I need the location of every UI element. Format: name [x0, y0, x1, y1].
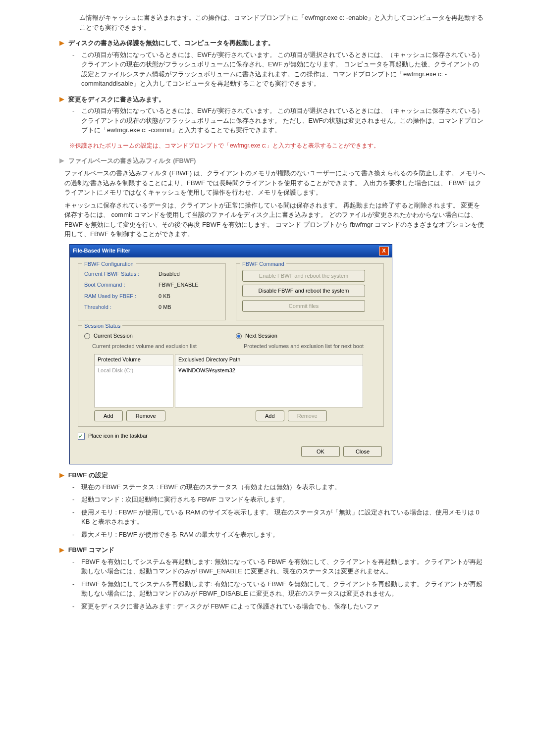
threshold-label: Threshold :	[84, 303, 159, 311]
intro-text: ム情報がキャッシュに書き込まれます。この操作は、コマンドプロンプトに「ewfmg…	[79, 13, 485, 32]
fbwf-dialog: File-Based Write Filter X FBWF Configura…	[69, 244, 392, 465]
list-item: FBWF を有効にしてシステムを再起動します: 無効になっている FBWF を有…	[69, 557, 485, 576]
radio-next-session[interactable]: Next Session	[236, 332, 377, 340]
checkbox-label: Place icon in the taskbar	[88, 433, 148, 439]
add-path-button[interactable]: Add	[256, 410, 284, 422]
list-item: 現在の FBWF ステータス : FBWF の現在のステータス（有効または無効）…	[69, 482, 485, 492]
dialog-title: File-Based Write Filter	[73, 247, 130, 255]
section-title: 変更をディスクに書き込みます。	[68, 96, 165, 103]
list-setting: 現在の FBWF ステータス : FBWF の現在のステータス（有効または無効）…	[69, 482, 485, 540]
checkbox-icon	[78, 433, 85, 440]
status-value: Disabled	[159, 270, 180, 278]
remove-path-button[interactable]: Remove	[288, 410, 327, 422]
status-label: Current FBWF Status :	[84, 270, 159, 278]
section-title: FBWF コマンド	[68, 546, 114, 554]
arrow-icon	[59, 97, 64, 102]
close-button[interactable]: Close	[343, 446, 382, 457]
fbwf-para1: ファイルベースの書き込みフィルタ (FBWF) は、クライアントのメモリが権限の…	[64, 168, 485, 198]
arrow-icon	[59, 41, 64, 46]
radio-label: Current Session	[94, 333, 133, 339]
list-item: この項目が有効になっているときには、EWFが実行されています。 この項目が選択さ…	[69, 50, 485, 89]
section-disable-protect: ディスクの書き込み保護を無効にして、コンピュータを再起動します。	[59, 38, 485, 48]
group-legend: FBWF Command	[240, 260, 286, 268]
taskbar-checkbox[interactable]: Place icon in the taskbar	[78, 432, 384, 440]
ok-button[interactable]: OK	[301, 446, 340, 457]
group-legend: FBWF Configuration	[82, 260, 136, 268]
fbwf-para2: キャッシュに保存されているデータは、クライアントが正常に操作している間は保存され…	[64, 201, 485, 239]
radio-sub: Protected volumes and exclusion list for…	[236, 342, 377, 351]
section-fbwf: ファイルベースの書き込みフィルタ (FBWF)	[59, 156, 485, 166]
section-title: ディスクの書き込み保護を無効にして、コンピュータを再起動します。	[68, 39, 274, 47]
list-cmd: FBWF を有効にしてシステムを再起動します: 無効になっている FBWF を有…	[69, 557, 485, 611]
fbwf-config-group: FBWF Configuration Current FBWF Status :…	[78, 263, 226, 321]
group-legend: Session Status	[82, 322, 122, 330]
note-text: ※保護されたボリュームの設定は、コマンドプロンプトで「ewfmgr.exe c:…	[69, 141, 485, 150]
section-write-changes: 変更をディスクに書き込みます。	[59, 95, 485, 104]
protected-volume-list[interactable]: Local Disk (C:)	[94, 365, 173, 407]
section-fbwf-command: FBWF コマンド	[59, 545, 485, 555]
list-item: FBWF を無効にしてシステムを再起動します: 有効になっている FBWF を無…	[69, 579, 485, 599]
enable-fbwf-button[interactable]: Enable FBWF and reboot the system	[242, 270, 365, 282]
list-item: 使用メモリ : FBWF が使用している RAM のサイズを表示します。 現在の…	[69, 507, 485, 527]
commit-files-button[interactable]: Commit files	[242, 300, 365, 312]
list-item: 変更をディスクに書き込みます : ディスクが FBWF によって保護されている場…	[69, 602, 485, 611]
list-sec1: この項目が有効になっているときには、EWFが実行されています。 この項目が選択さ…	[69, 50, 485, 89]
section-title: FBWF の設定	[68, 471, 108, 479]
remove-volume-button[interactable]: Remove	[126, 410, 165, 422]
boot-value: FBWF_ENABLE	[159, 281, 199, 289]
radio-label: Next Session	[245, 333, 277, 339]
ram-value: 0 KB	[159, 292, 170, 301]
radio-icon	[84, 333, 90, 339]
arrow-icon	[59, 473, 64, 478]
arrow-icon	[59, 158, 64, 163]
fbwf-command-group: FBWF Command Enable FBWF and reboot the …	[236, 263, 384, 321]
radio-current-session[interactable]: Current Session	[84, 332, 226, 340]
list-item: 最大メモリ : FBWF が使用できる RAM の最大サイズを表示します。	[69, 530, 485, 540]
add-volume-button[interactable]: Add	[94, 410, 123, 422]
close-icon[interactable]: X	[379, 247, 389, 255]
section-fbwf-setting: FBWF の設定	[59, 470, 485, 480]
list-sec2: この項目が有効になっているときには、EWFが実行されています。 この項目が選択さ…	[69, 106, 485, 135]
exclusion-path-header: Exclusived Directory Path	[175, 354, 363, 365]
session-status-group: Session Status Current Session Current p…	[78, 325, 384, 427]
disable-fbwf-button[interactable]: Disable FBWF and reboot the system	[242, 285, 365, 297]
exclusion-path-list[interactable]: ¥WINDOWS¥system32	[175, 365, 363, 407]
protected-volume-header: Protected Volume	[94, 354, 173, 365]
boot-label: Boot Command :	[84, 281, 159, 289]
section-title: ファイルベースの書き込みフィルタ (FBWF)	[68, 157, 196, 164]
ram-label: RAM Used by FBEF :	[84, 292, 159, 301]
arrow-icon	[59, 548, 64, 553]
threshold-value: 0 MB	[159, 303, 171, 311]
list-item: 起動コマンド : 次回起動時に実行される FBWF コマンドを表示します。	[69, 495, 485, 504]
list-item: この項目が有効になっているときには、EWFが実行されています。 この項目が選択さ…	[69, 106, 485, 135]
radio-sub: Current protected volume and exclusion l…	[84, 342, 226, 351]
radio-icon	[236, 333, 242, 339]
dialog-titlebar: File-Based Write Filter X	[70, 245, 392, 257]
